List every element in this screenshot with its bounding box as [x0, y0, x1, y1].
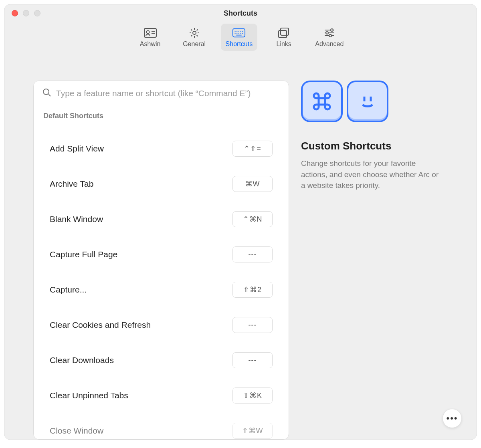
shortcut-row[interactable]: Capture Full Page --- [34, 237, 289, 272]
tab-label: Shortcuts [226, 40, 253, 48]
more-button[interactable]: ••• [443, 409, 462, 428]
shortcut-row[interactable]: Clear Unpinned Tabs ⇧⌘K [34, 378, 289, 413]
zoom-window-button[interactable] [34, 10, 40, 16]
keyboard-icon [232, 27, 246, 39]
close-window-button[interactable] [12, 10, 18, 16]
tab-ashwin[interactable]: Ashwin [133, 24, 168, 51]
search-icon [42, 88, 51, 99]
shortcut-name: Archive Tab [50, 179, 93, 189]
command-key-icon [301, 81, 343, 122]
info-title: Custom Shortcuts [301, 140, 448, 152]
windows-icon [277, 27, 291, 39]
smile-key-icon [347, 81, 388, 122]
tab-label: Ashwin [140, 40, 161, 48]
svg-point-20 [331, 29, 333, 31]
shortcut-name: Clear Downloads [50, 355, 114, 365]
hero-illustration [301, 81, 448, 122]
shortcut-row[interactable]: Capture... ⇧⌘2 [34, 272, 289, 307]
svg-line-26 [49, 94, 51, 96]
gear-icon [188, 27, 201, 39]
svg-point-22 [326, 32, 328, 34]
shortcut-name: Close Window [50, 426, 103, 436]
svg-point-4 [193, 31, 196, 34]
svg-point-25 [43, 89, 49, 95]
tab-general[interactable]: General [177, 24, 212, 51]
shortcuts-panel: Default Shortcuts Add Split View ⌃⇧= Arc… [33, 81, 289, 440]
titlebar: Shortcuts [4, 4, 477, 22]
info-description: Change shortcuts for your favorite actio… [301, 158, 441, 191]
tab-advanced[interactable]: Advanced [310, 24, 348, 51]
shortcut-keys[interactable]: ⇧⌘2 [232, 282, 273, 298]
shortcut-row[interactable]: Clear Downloads --- [34, 343, 289, 378]
svg-rect-18 [279, 30, 287, 38]
sliders-icon [323, 27, 336, 39]
shortcut-keys[interactable]: --- [232, 317, 273, 333]
shortcut-keys[interactable]: ⌃⌘N [232, 211, 273, 227]
minimize-window-button[interactable] [23, 10, 29, 16]
shortcut-row[interactable]: Archive Tab ⌘W [34, 166, 289, 202]
shortcut-row[interactable]: Add Split View ⌃⇧= [34, 131, 289, 166]
window-title: Shortcuts [224, 9, 257, 18]
svg-point-1 [146, 31, 149, 34]
shortcut-keys[interactable]: ⌘W [232, 176, 273, 192]
tab-links[interactable]: Links [266, 24, 301, 51]
preferences-toolbar: Ashwin General Shortcuts Links Advanced [4, 22, 477, 58]
shortcut-keys[interactable]: ⇧⌘W [232, 423, 273, 439]
shortcut-name: Capture... [50, 285, 87, 295]
shortcut-row[interactable]: Clear Cookies and Refresh --- [34, 307, 289, 343]
svg-rect-17 [281, 28, 289, 35]
tab-label: Links [277, 40, 291, 48]
profile-card-icon [143, 27, 157, 39]
content-area: Default Shortcuts Add Split View ⌃⇧= Arc… [4, 58, 477, 440]
svg-point-24 [329, 34, 331, 37]
shortcut-keys[interactable]: --- [232, 352, 273, 368]
shortcut-keys[interactable]: --- [232, 246, 273, 262]
shortcut-name: Clear Cookies and Refresh [50, 320, 151, 330]
shortcut-name: Capture Full Page [50, 250, 117, 259]
shortcut-name: Clear Unpinned Tabs [50, 391, 128, 400]
tab-shortcuts[interactable]: Shortcuts [221, 24, 258, 51]
info-panel: Custom Shortcuts Change shortcuts for yo… [301, 81, 448, 440]
shortcut-name: Blank Window [50, 214, 103, 224]
shortcut-row[interactable]: Blank Window ⌃⌘N [34, 202, 289, 237]
section-header: Default Shortcuts [34, 106, 289, 126]
search-input[interactable] [56, 89, 280, 98]
shortcut-keys[interactable]: ⇧⌘K [232, 387, 273, 404]
tab-label: General [183, 40, 206, 48]
shortcut-keys[interactable]: ⌃⇧= [232, 141, 273, 157]
shortcuts-list: Add Split View ⌃⇧= Archive Tab ⌘W Blank … [34, 126, 289, 439]
shortcut-name: Add Split View [50, 144, 104, 153]
tab-label: Advanced [315, 40, 344, 48]
window-controls [12, 10, 40, 16]
shortcut-row[interactable]: Close Window ⇧⌘W [34, 413, 289, 439]
search-row [34, 81, 289, 106]
preferences-window: Shortcuts Ashwin General Shortcuts Lin [4, 4, 477, 440]
